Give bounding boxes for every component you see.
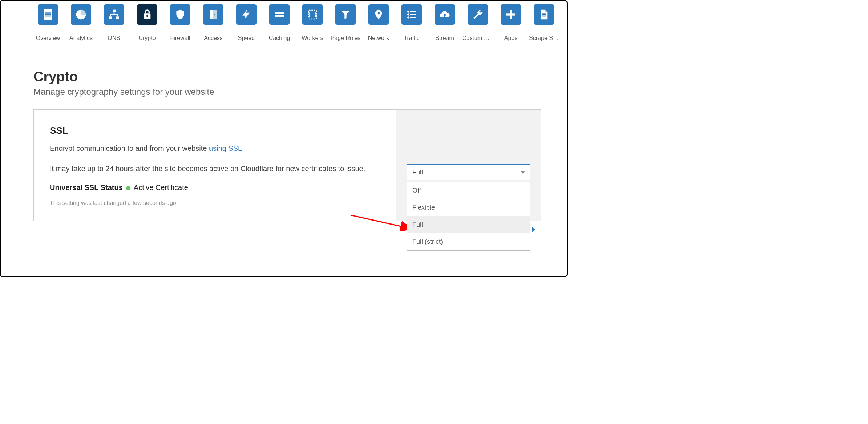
cloud-icon xyxy=(435,4,455,25)
sitemap-icon xyxy=(104,4,124,25)
funnel-icon xyxy=(335,4,356,25)
clipboard-icon xyxy=(38,4,58,25)
ssl-card-title: SSL xyxy=(50,125,381,136)
nav-item-access[interactable]: Access xyxy=(202,4,224,51)
nav-item-traffic[interactable]: Traffic xyxy=(401,4,423,51)
page-title: Crypto xyxy=(33,69,541,85)
ssl-last-changed: This setting was last changed a few seco… xyxy=(50,200,381,206)
nav-item-firewall[interactable]: Firewall xyxy=(169,4,191,51)
nav-label: Overview xyxy=(36,35,60,41)
ssl-mode-select[interactable]: Full xyxy=(407,164,530,180)
lock-icon xyxy=(137,4,157,25)
ssl-card-content: SSL Encrypt communication to and from yo… xyxy=(34,110,396,221)
nav-item-page-rules[interactable]: Page Rules xyxy=(335,4,356,51)
ssl-status-label: Universal SSL Status xyxy=(50,183,123,191)
nav-item-custom-p-[interactable]: Custom P… xyxy=(467,4,489,51)
nav-item-workers[interactable]: Workers xyxy=(302,4,323,51)
nav-item-dns[interactable]: DNS xyxy=(103,4,125,51)
file-icon xyxy=(534,4,554,25)
ssl-mode-option-full[interactable]: Full xyxy=(407,216,530,233)
nav-label: Network xyxy=(368,35,389,41)
wrench-icon xyxy=(468,4,488,25)
pie-icon xyxy=(71,4,91,25)
using-ssl-link[interactable]: using SSL xyxy=(209,144,242,152)
nav-label: Speed xyxy=(238,35,255,41)
ssl-mode-value: Full xyxy=(412,169,423,176)
page-subtitle: Manage cryptography settings for your we… xyxy=(33,87,541,97)
ssl-card-control: Full OffFlexibleFullFull (strict) xyxy=(396,110,541,221)
door-icon xyxy=(203,4,223,25)
nav-label: Workers xyxy=(302,35,323,41)
nav-item-scrape-s-[interactable]: Scrape S… xyxy=(533,4,555,51)
ssl-note: It may take up to 24 hours after the sit… xyxy=(50,163,381,174)
ssl-status-value: Active Certificate xyxy=(134,183,188,191)
ssl-description: Encrypt communication to and from your w… xyxy=(50,143,381,154)
page-body: Crypto Manage cryptography settings for … xyxy=(1,51,567,221)
shield-icon xyxy=(170,4,190,25)
ssl-mode-option-full-strict-[interactable]: Full (strict) xyxy=(407,233,530,250)
nav-item-apps[interactable]: Apps xyxy=(500,4,522,51)
nav-item-network[interactable]: Network xyxy=(368,4,389,51)
chevron-down-icon xyxy=(521,171,525,174)
chevron-right-icon xyxy=(532,227,536,232)
nav-label: Analytics xyxy=(69,35,93,41)
nav-label: Stream xyxy=(435,35,454,41)
plus-icon xyxy=(501,4,521,25)
ssl-mode-option-off[interactable]: Off xyxy=(407,182,530,199)
nav-item-crypto[interactable]: Crypto xyxy=(136,4,158,51)
nav-label: DNS xyxy=(108,35,120,41)
top-nav: OverviewAnalyticsDNSCryptoFirewallAccess… xyxy=(1,1,567,51)
marker-icon xyxy=(368,4,389,25)
status-dot-icon xyxy=(126,186,130,190)
nav-label: Page Rules xyxy=(331,35,361,41)
nav-item-overview[interactable]: Overview xyxy=(37,4,59,51)
nav-label: Apps xyxy=(504,35,517,41)
nav-label: Scrape S… xyxy=(529,35,559,41)
ssl-card: SSL Encrypt communication to and from yo… xyxy=(33,109,541,221)
ssl-status-line: Universal SSL Status Active Certificate xyxy=(50,183,381,192)
ssl-desc-text: Encrypt communication to and from your w… xyxy=(50,144,209,152)
nav-label: Caching xyxy=(269,35,290,41)
ssl-mode-dropdown: OffFlexibleFullFull (strict) xyxy=(407,182,530,251)
nav-label: Access xyxy=(204,35,223,41)
ssl-mode-option-flexible[interactable]: Flexible xyxy=(407,199,530,216)
nav-label: Crypto xyxy=(138,35,156,41)
nav-label: Custom P… xyxy=(462,35,493,41)
drive-icon xyxy=(269,4,290,25)
braces-icon xyxy=(302,4,323,25)
nav-label: Firewall xyxy=(170,35,190,41)
nav-item-stream[interactable]: Stream xyxy=(434,4,456,51)
nav-item-caching[interactable]: Caching xyxy=(269,4,290,51)
bolt-icon xyxy=(236,4,257,25)
nav-item-analytics[interactable]: Analytics xyxy=(70,4,92,51)
ssl-desc-suffix: . xyxy=(242,144,244,152)
nav-label: Traffic xyxy=(404,35,420,41)
list-icon xyxy=(401,4,422,25)
nav-item-speed[interactable]: Speed xyxy=(235,4,257,51)
